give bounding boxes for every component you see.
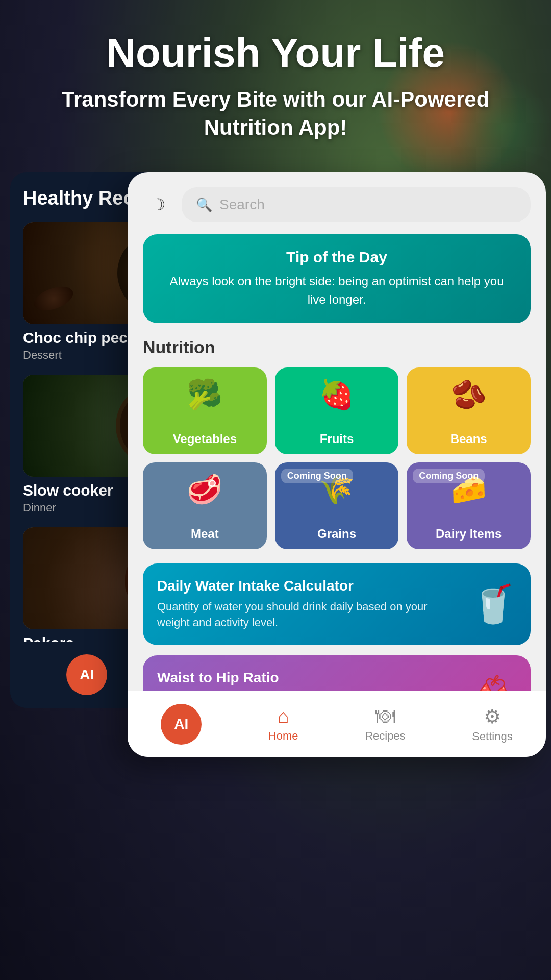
water-body: Quantity of water you should drink daily… <box>157 599 460 631</box>
vegetables-emoji: 🥦 <box>187 378 222 411</box>
settings-icon: ⚙ <box>484 705 501 728</box>
meat-label: Meat <box>191 527 219 541</box>
white-nav-home[interactable]: ⌂ Home <box>268 705 298 743</box>
whr-title: Waist to Hip Ratio <box>157 670 460 686</box>
water-title: Daily Water Intake Calculator <box>157 578 460 594</box>
tip-title: Tip of the Day <box>161 249 512 266</box>
beans-emoji: 🫘 <box>451 378 487 411</box>
water-cup-icon: 🥤 <box>470 582 516 626</box>
search-icon: 🔍 <box>196 197 212 213</box>
search-row: ☽ 🔍 Search <box>143 187 531 222</box>
search-bar[interactable]: 🔍 Search <box>182 187 531 222</box>
fruits-label: Fruits <box>320 432 354 446</box>
grains-coming-soon-badge: Coming Soon <box>281 469 353 483</box>
recipes-label: Recipes <box>365 729 405 743</box>
white-home-label: Home <box>268 729 298 743</box>
nutrition-grid: 🥦 Vegetables 🍓 Fruits 🫘 Beans 🥩 Meat <box>143 368 531 549</box>
cards-container: Healthy Recipes Choc chip pecan Dessert … <box>0 172 551 759</box>
nutrition-tile-vegetables[interactable]: 🥦 Vegetables <box>143 368 267 454</box>
vegetables-label: Vegetables <box>173 432 237 446</box>
white-bottom-nav: AI ⌂ Home 🍽 Recipes ⚙ Settings <box>128 691 546 757</box>
search-placeholder: Search <box>219 197 265 213</box>
nutrition-tile-grains[interactable]: Coming Soon 🌾 Grains <box>275 462 399 549</box>
app-subtitle: Transform Every Bite with our AI-Powered… <box>31 86 520 141</box>
main-app-card: ☽ 🔍 Search Tip of the Day Always look on… <box>128 172 546 757</box>
white-nav-recipes[interactable]: 🍽 Recipes <box>365 705 405 743</box>
nutrition-tile-fruits[interactable]: 🍓 Fruits <box>275 368 399 454</box>
white-nav-ai-button[interactable]: AI <box>161 704 202 745</box>
nutrition-tile-dairy[interactable]: Coming Soon 🧀 Dairy Items <box>407 462 531 549</box>
header-section: Nourish Your Life Transform Every Bite w… <box>0 0 551 157</box>
white-home-icon: ⌂ <box>278 705 289 727</box>
beans-label: Beans <box>450 432 487 446</box>
nutrition-tile-beans[interactable]: 🫘 Beans <box>407 368 531 454</box>
dairy-coming-soon-badge: Coming Soon <box>413 469 485 483</box>
app-title: Nourish Your Life <box>31 31 520 76</box>
fruits-emoji: 🍓 <box>319 378 355 411</box>
white-nav-settings[interactable]: ⚙ Settings <box>472 705 513 743</box>
cards-wrapper: Healthy Recipes Choc chip pecan Dessert … <box>10 172 541 759</box>
tip-card: Tip of the Day Always look on the bright… <box>143 234 531 323</box>
meat-emoji: 🥩 <box>187 473 222 506</box>
water-text: Daily Water Intake Calculator Quantity o… <box>157 578 460 631</box>
dark-nav-ai-button[interactable]: AI <box>66 654 107 695</box>
grains-label: Grains <box>317 527 356 541</box>
tip-body: Always look on the bright side: being an… <box>161 272 512 309</box>
settings-label: Settings <box>472 730 513 743</box>
nutrition-section-title: Nutrition <box>143 337 531 357</box>
recipes-icon: 🍽 <box>375 705 395 727</box>
moon-icon[interactable]: ☽ <box>143 189 173 220</box>
water-intake-card[interactable]: Daily Water Intake Calculator Quantity o… <box>143 564 531 645</box>
nutrition-tile-meat[interactable]: 🥩 Meat <box>143 462 267 549</box>
dairy-label: Dairy Items <box>436 527 502 541</box>
